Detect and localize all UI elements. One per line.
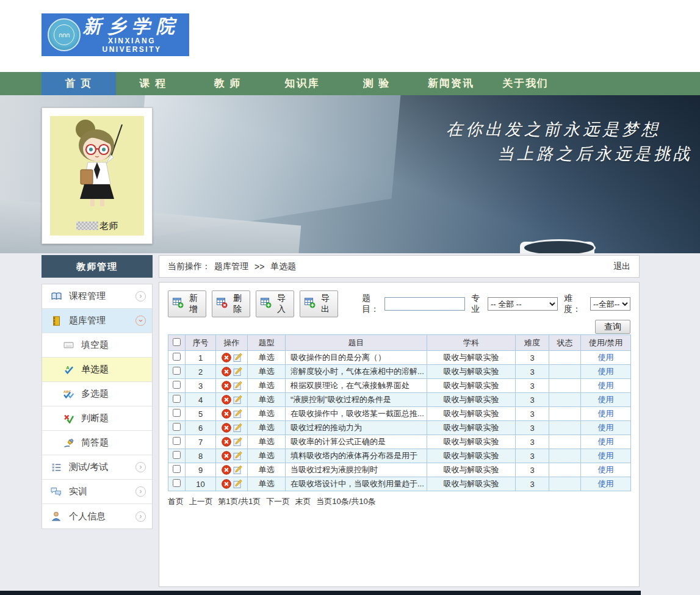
sidebar-item-label: 个人信息: [69, 511, 135, 522]
edit-row-icon[interactable]: [233, 409, 242, 419]
sidebar-item-实训[interactable]: 实训›: [42, 480, 152, 504]
edit-row-icon[interactable]: [233, 367, 242, 377]
use-toggle-link[interactable]: 使用: [598, 465, 614, 474]
edit-row-icon[interactable]: [233, 353, 242, 362]
nav-item[interactable]: 首 页: [41, 72, 116, 95]
row-question-type: 单选: [248, 449, 286, 463]
delete-row-icon[interactable]: [222, 465, 231, 475]
use-toggle-link[interactable]: 使用: [598, 437, 614, 446]
chevron-right-icon: ›: [135, 462, 146, 472]
edit-row-icon[interactable]: [233, 479, 242, 489]
sidebar-item-label: 多选题: [81, 388, 146, 400]
delete-row-icon[interactable]: [222, 367, 231, 377]
page-next[interactable]: 下一页: [266, 497, 290, 506]
add-button[interactable]: 新增: [168, 290, 206, 317]
import-button[interactable]: 导入: [256, 290, 294, 317]
nav-item[interactable]: 新闻资讯: [414, 72, 488, 95]
nav-item[interactable]: 教 师: [190, 72, 265, 95]
book-icon: [51, 291, 62, 302]
table-add-icon: [173, 298, 184, 310]
row-checkbox[interactable]: [173, 465, 181, 473]
use-toggle-link[interactable]: 使用: [598, 409, 614, 418]
sidebar-item-判断题[interactable]: 判断题: [42, 406, 152, 431]
delete-row-icon[interactable]: [222, 353, 231, 362]
edit-row-icon[interactable]: [233, 451, 242, 461]
use-toggle-link[interactable]: 使用: [598, 395, 614, 404]
row-difficulty: 3: [516, 379, 549, 393]
major-select[interactable]: -- 全部 --: [488, 297, 558, 311]
page-prev[interactable]: 上一页: [189, 497, 213, 506]
row-checkbox[interactable]: [173, 423, 181, 431]
row-status: [549, 379, 581, 393]
delete-row-icon[interactable]: [222, 395, 231, 405]
nav-item[interactable]: 测 验: [339, 72, 414, 95]
delete-row-icon[interactable]: [222, 423, 231, 433]
sidebar-item-多选题[interactable]: ABC多选题: [42, 382, 152, 406]
exam-list-icon: [51, 462, 62, 473]
sidebar-item-测试/考试[interactable]: 测试/考试›: [42, 455, 152, 480]
title-filter-input[interactable]: [384, 297, 465, 311]
sidebar-item-个人信息[interactable]: 个人信息›: [42, 504, 152, 528]
sidebar-item-填空题[interactable]: 填空题: [42, 333, 152, 358]
row-difficulty: 3: [516, 449, 549, 463]
edit-row-icon[interactable]: [233, 381, 242, 391]
row-subject: 吸收与解吸实验: [427, 421, 516, 435]
row-checkbox[interactable]: [173, 395, 181, 403]
row-number: 9: [186, 463, 216, 477]
use-toggle-link[interactable]: 使用: [598, 367, 614, 376]
edit-row-icon[interactable]: [233, 423, 242, 433]
row-status: [549, 435, 581, 449]
delete-button[interactable]: 删除: [212, 290, 250, 317]
row-checkbox[interactable]: [173, 353, 181, 361]
export-button[interactable]: 导出: [300, 290, 338, 317]
row-question-type: 单选: [248, 379, 286, 393]
use-toggle-link[interactable]: 使用: [598, 451, 614, 460]
row-subject: 吸收与解吸实验: [427, 449, 516, 463]
nav-item[interactable]: 课 程: [116, 72, 190, 95]
sidebar-item-课程管理[interactable]: 课程管理›: [42, 284, 152, 309]
search-button[interactable]: 查询: [595, 320, 630, 334]
row-checkbox[interactable]: [173, 479, 181, 487]
row-checkbox[interactable]: [173, 381, 181, 389]
row-checkbox[interactable]: [173, 451, 181, 459]
pagination: 首页 上一页 第1页/共1页 下一页 末页 当页10条/共10条: [168, 496, 630, 507]
sidebar-item-题库管理[interactable]: 题库管理›: [42, 309, 152, 333]
delete-row-icon[interactable]: [222, 479, 231, 489]
university-emblem-icon: ∩∩∩: [48, 18, 81, 51]
nav-item[interactable]: 关于我们: [488, 72, 563, 95]
use-toggle-link[interactable]: 使用: [598, 381, 614, 390]
row-question-type: 单选: [248, 407, 286, 421]
page-last[interactable]: 末页: [295, 497, 311, 506]
sidebar-item-label: 简答题: [81, 437, 146, 449]
use-toggle-link[interactable]: 使用: [598, 423, 614, 432]
logout-button[interactable]: 退出: [613, 261, 630, 272]
delete-row-icon[interactable]: [222, 381, 231, 391]
delete-row-icon[interactable]: [222, 451, 231, 461]
edit-row-icon[interactable]: [233, 465, 242, 475]
row-checkbox[interactable]: [173, 367, 181, 375]
sidebar-item-label: 单选题: [81, 364, 146, 375]
use-toggle-link[interactable]: 使用: [598, 353, 614, 362]
difficulty-select[interactable]: --全部--: [590, 297, 630, 311]
page-first[interactable]: 首页: [168, 497, 184, 506]
delete-row-icon[interactable]: [222, 437, 231, 447]
use-toggle-link[interactable]: 使用: [598, 479, 614, 488]
blank-fill-icon: [63, 340, 74, 351]
row-checkbox[interactable]: [173, 409, 181, 417]
sidebar-item-简答题[interactable]: 简答题: [42, 431, 152, 455]
delete-row-icon[interactable]: [222, 409, 231, 419]
column-header: 序号: [186, 335, 216, 351]
sidebar-item-单选题[interactable]: A单选题: [42, 358, 152, 382]
edit-row-icon[interactable]: [233, 395, 242, 405]
sidebar-item-label: 课程管理: [69, 290, 135, 302]
edit-row-icon[interactable]: [233, 437, 242, 447]
row-checkbox[interactable]: [173, 437, 181, 445]
row-status: [549, 393, 581, 407]
breadcrumb-section[interactable]: 题库管理: [214, 261, 248, 272]
import-button-label: 导入: [275, 293, 288, 315]
nav-item[interactable]: 知识库: [265, 72, 339, 95]
select-all-checkbox[interactable]: [173, 338, 181, 346]
breadcrumb: 当前操作： 题库管理 >> 单选题 退出: [159, 255, 640, 278]
emblem-inner: ∩∩∩: [54, 24, 74, 45]
table-row: 9单选当吸收过程为液膜控制时吸收与解吸实验3使用: [168, 463, 631, 477]
